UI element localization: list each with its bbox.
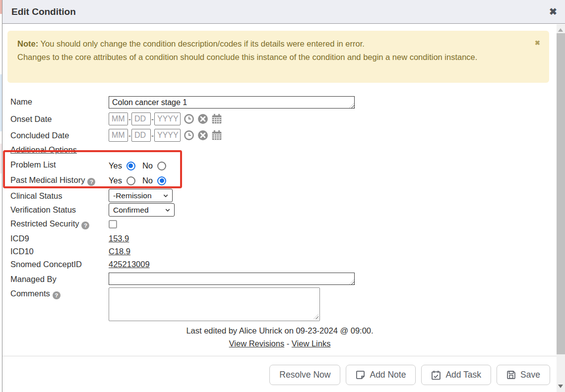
note-prefix: Note: [17, 39, 38, 48]
help-icon[interactable]: ? [87, 178, 95, 186]
onset-now-clock-icon[interactable] [184, 113, 194, 124]
date-separator: - [128, 115, 131, 123]
verification-status-value: Confirmed [113, 206, 149, 215]
warning-note-banner: Note: You should only change the conditi… [7, 31, 549, 83]
managed-by-input[interactable] [109, 273, 355, 285]
past-medical-history-radio-group: Yes No [109, 176, 166, 185]
pmh-yes-label: Yes [109, 176, 122, 185]
icd9-label: ICD9 [10, 234, 29, 243]
concluded-year-input[interactable] [154, 129, 181, 142]
scrollbar-up-arrow[interactable] [558, 28, 563, 32]
past-medical-history-label: Past Medical History? [10, 175, 95, 186]
restricted-security-label: Restricted Security? [10, 219, 89, 229]
date-separator: - [128, 131, 131, 140]
problem-list-no-label: No [142, 161, 153, 170]
concluded-date-row: - - [109, 129, 222, 142]
clinical-status-select[interactable]: -Remission [109, 189, 173, 202]
footer-links: View Revisions - View Links [2, 339, 557, 348]
scrollbar-thumb[interactable] [557, 33, 565, 354]
comments-label: Comments? [10, 289, 61, 299]
problem-list-yes-label: Yes [109, 161, 122, 170]
clinical-status-label: Clinical Status [10, 191, 63, 201]
scrollbar-down-arrow[interactable] [558, 385, 563, 388]
problem-list-radio-group: Yes No [109, 161, 166, 170]
onset-clear-icon[interactable] [197, 113, 208, 124]
onset-date-label: Onset Date [10, 114, 52, 124]
verification-status-select[interactable]: Confirmed [109, 203, 175, 217]
pmh-no-radio[interactable] [157, 176, 166, 185]
problem-list-yes-radio[interactable] [126, 162, 135, 170]
concluded-date-label: Concluded Date [10, 131, 69, 140]
concluded-calendar-icon[interactable] [211, 130, 222, 141]
add-note-button[interactable]: Add Note [346, 365, 416, 385]
note-icon [356, 370, 365, 380]
additional-options-link[interactable]: Additional Options [10, 145, 77, 155]
chevron-down-icon [165, 207, 171, 213]
save-floppy-icon [506, 370, 516, 380]
modal-title: Edit Condition [11, 0, 76, 24]
icd10-code-link[interactable]: C18.9 [109, 247, 130, 256]
onset-date-row: - - [109, 112, 222, 125]
view-links-link[interactable]: View Links [292, 339, 331, 348]
action-button-row: Resolve Now Add Note Add Task Save [269, 365, 550, 385]
resolve-now-button[interactable]: Resolve Now [269, 365, 340, 385]
date-separator: - [151, 115, 154, 123]
task-calendar-icon [431, 370, 441, 380]
modal-header: Edit Condition ✖ [2, 0, 565, 24]
note-line-1: Note: You should only change the conditi… [17, 37, 527, 51]
comments-textarea[interactable] [109, 287, 320, 321]
clinical-status-value: -Remission [113, 191, 152, 200]
help-icon[interactable]: ? [53, 291, 61, 299]
snomed-conceptid-link[interactable]: 425213009 [109, 260, 150, 269]
note-sentence-1: You should only change the condition des… [40, 39, 364, 48]
view-revisions-link[interactable]: View Revisions [229, 339, 285, 348]
onset-day-input[interactable] [131, 112, 151, 125]
problem-list-label: Problem List [10, 160, 56, 169]
edit-condition-modal: Edit Condition ✖ Note: You should only c… [2, 0, 565, 392]
onset-month-input[interactable] [109, 112, 128, 125]
add-task-button[interactable]: Add Task [421, 365, 491, 385]
last-edited-text: Last edited by Alice Uhrick on 09-23-202… [2, 326, 557, 336]
problem-list-no-radio[interactable] [157, 162, 166, 170]
name-label: Name [10, 97, 32, 107]
chevron-down-icon [163, 193, 169, 199]
concluded-month-input[interactable] [109, 129, 128, 142]
managed-by-label: Managed By [10, 275, 57, 284]
onset-year-input[interactable] [154, 112, 181, 125]
concluded-day-input[interactable] [131, 129, 151, 142]
close-icon[interactable]: ✖ [546, 4, 561, 19]
name-input[interactable] [109, 96, 355, 109]
snomed-conceptid-label: Snomed ConceptID [10, 260, 82, 269]
note-sentence-2: Changes to the core attributes of a cond… [17, 51, 527, 64]
note-dismiss-icon[interactable]: ✖ [535, 39, 540, 48]
concluded-now-clock-icon[interactable] [184, 130, 194, 141]
pmh-no-label: No [142, 176, 153, 185]
concluded-clear-icon[interactable] [197, 130, 208, 141]
icd10-label: ICD10 [10, 247, 34, 256]
restricted-security-checkbox[interactable] [109, 220, 117, 228]
date-separator: - [151, 131, 154, 140]
icd9-code-link[interactable]: 153.9 [109, 234, 129, 243]
footer-link-separator: - [287, 339, 290, 348]
vertical-scrollbar[interactable] [557, 24, 565, 392]
save-button[interactable]: Save [497, 365, 550, 385]
pmh-yes-radio[interactable] [126, 176, 135, 185]
verification-status-label: Verification Status [10, 205, 76, 215]
edit-condition-dialog: Edit Condition ✖ Note: You should only c… [0, 0, 565, 392]
onset-calendar-icon[interactable] [211, 113, 222, 124]
footer-divider [2, 356, 557, 356]
help-icon[interactable]: ? [81, 222, 89, 229]
